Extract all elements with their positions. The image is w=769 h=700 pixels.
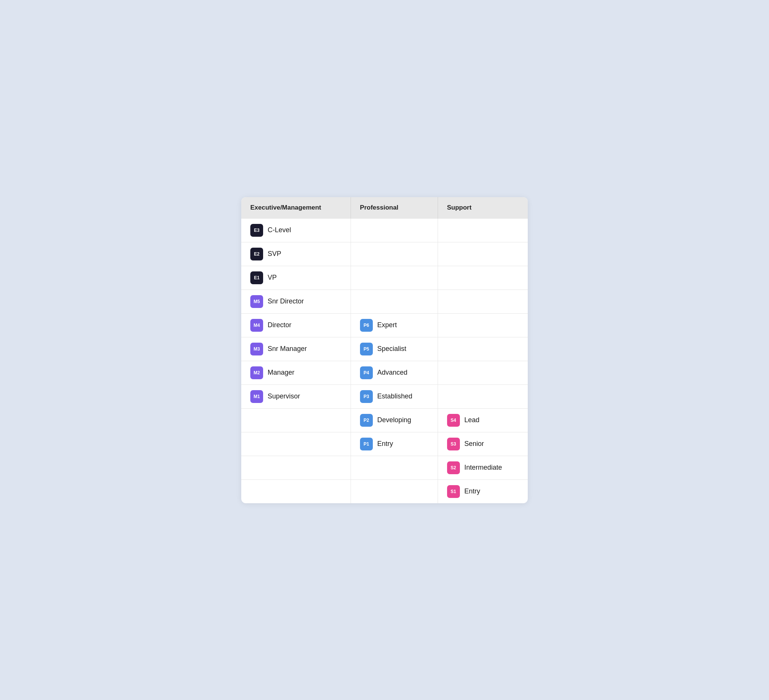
label-entry: Entry (465, 488, 480, 495)
label-vp: VP (268, 274, 277, 282)
table-row: M5Snr Director (241, 290, 528, 313)
label-lead: Lead (465, 416, 479, 424)
cell-professional-row-3 (351, 290, 438, 313)
cell-content-support-row-9: S3Senior (447, 438, 519, 451)
label-c-level: C-Level (268, 226, 291, 234)
badge-e3: E3 (250, 224, 263, 237)
cell-content-executive-row-3: M5Snr Director (250, 295, 341, 308)
cell-executive-row-10 (241, 456, 351, 480)
cell-content-executive-row-5: M3Snr Manager (250, 343, 341, 356)
label-intermediate: Intermediate (465, 463, 502, 471)
label-expert: Expert (377, 321, 397, 329)
header-professional: Professional (351, 197, 438, 219)
cell-content-professional-row-4: P6Expert (360, 319, 429, 332)
badge-s4: S4 (447, 414, 460, 427)
badge-e1: E1 (250, 271, 263, 284)
table-row: E3C-Level (241, 218, 528, 242)
cell-content-professional-row-9: P1Entry (360, 438, 429, 451)
cell-content-executive-row-1: E2SVP (250, 248, 341, 261)
cell-content-professional-row-6: P4Advanced (360, 366, 429, 379)
cell-support-row-3 (438, 290, 528, 313)
label-established: Established (377, 393, 412, 400)
cell-professional-row-7: P3Established (351, 385, 438, 408)
cell-professional-row-5: P5Specialist (351, 337, 438, 361)
header-executive: Executive/Management (241, 197, 351, 219)
badge-m1: M1 (250, 390, 263, 403)
cell-professional-row-4: P6Expert (351, 313, 438, 337)
cell-executive-row-11 (241, 480, 351, 503)
cell-executive-row-2: E1VP (241, 266, 351, 290)
badge-p3: P3 (360, 390, 373, 403)
cell-content-professional-row-7: P3Established (360, 390, 429, 403)
table-row: P2DevelopingS4Lead (241, 408, 528, 432)
badge-p2: P2 (360, 414, 373, 427)
badge-s2: S2 (447, 461, 460, 474)
cell-executive-row-9 (241, 432, 351, 456)
table-row: M3Snr ManagerP5Specialist (241, 337, 528, 361)
cell-support-row-4 (438, 313, 528, 337)
label-entry: Entry (377, 440, 393, 448)
cell-executive-row-6: M2Manager (241, 361, 351, 385)
cell-support-row-6 (438, 361, 528, 385)
cell-content-executive-row-6: M2Manager (250, 366, 341, 379)
label-senior: Senior (465, 440, 484, 448)
cell-content-support-row-8: S4Lead (447, 414, 519, 427)
table-row: M4DirectorP6Expert (241, 313, 528, 337)
table-row: M1SupervisorP3Established (241, 385, 528, 408)
cell-professional-row-2 (351, 266, 438, 290)
table-row: S1Entry (241, 480, 528, 503)
cell-professional-row-11 (351, 480, 438, 503)
cell-professional-row-6: P4Advanced (351, 361, 438, 385)
cell-professional-row-8: P2Developing (351, 408, 438, 432)
table-row: M2ManagerP4Advanced (241, 361, 528, 385)
cell-professional-row-1 (351, 242, 438, 266)
badge-p5: P5 (360, 343, 373, 356)
badge-s3: S3 (447, 438, 460, 451)
badge-m2: M2 (250, 366, 263, 379)
table-row: S2Intermediate (241, 456, 528, 480)
label-manager: Manager (268, 369, 294, 377)
table-row: E1VP (241, 266, 528, 290)
cell-content-executive-row-0: E3C-Level (250, 224, 341, 237)
label-supervisor: Supervisor (268, 393, 300, 400)
cell-content-support-row-10: S2Intermediate (447, 461, 519, 474)
cell-executive-row-1: E2SVP (241, 242, 351, 266)
cell-professional-row-10 (351, 456, 438, 480)
label-specialist: Specialist (377, 345, 406, 353)
cell-support-row-11: S1Entry (438, 480, 528, 503)
label-snr-manager: Snr Manager (268, 345, 307, 353)
badge-p6: P6 (360, 319, 373, 332)
cell-executive-row-7: M1Supervisor (241, 385, 351, 408)
badge-m3: M3 (250, 343, 263, 356)
cell-support-row-5 (438, 337, 528, 361)
cell-content-executive-row-2: E1VP (250, 271, 341, 284)
cell-content-support-row-11: S1Entry (447, 485, 519, 498)
badge-p4: P4 (360, 366, 373, 379)
cell-content-professional-row-5: P5Specialist (360, 343, 429, 356)
cell-content-professional-row-8: P2Developing (360, 414, 429, 427)
cell-support-row-0 (438, 218, 528, 242)
label-advanced: Advanced (377, 369, 407, 377)
cell-executive-row-5: M3Snr Manager (241, 337, 351, 361)
cell-executive-row-0: E3C-Level (241, 218, 351, 242)
label-svp: SVP (268, 250, 281, 258)
label-snr-director: Snr Director (268, 298, 304, 305)
cell-content-executive-row-4: M4Director (250, 319, 341, 332)
badge-e2: E2 (250, 248, 263, 261)
table-row: E2SVP (241, 242, 528, 266)
cell-professional-row-0 (351, 218, 438, 242)
table-row: P1EntryS3Senior (241, 432, 528, 456)
cell-executive-row-4: M4Director (241, 313, 351, 337)
cell-support-row-8: S4Lead (438, 408, 528, 432)
cell-content-executive-row-7: M1Supervisor (250, 390, 341, 403)
header-support: Support (438, 197, 528, 219)
label-director: Director (268, 321, 291, 329)
badge-s1: S1 (447, 485, 460, 498)
cell-support-row-9: S3Senior (438, 432, 528, 456)
cell-support-row-10: S2Intermediate (438, 456, 528, 480)
cell-support-row-1 (438, 242, 528, 266)
badge-p1: P1 (360, 438, 373, 451)
table-header-row: Executive/ManagementProfessionalSupport (241, 197, 528, 219)
cell-executive-row-3: M5Snr Director (241, 290, 351, 313)
cell-professional-row-9: P1Entry (351, 432, 438, 456)
